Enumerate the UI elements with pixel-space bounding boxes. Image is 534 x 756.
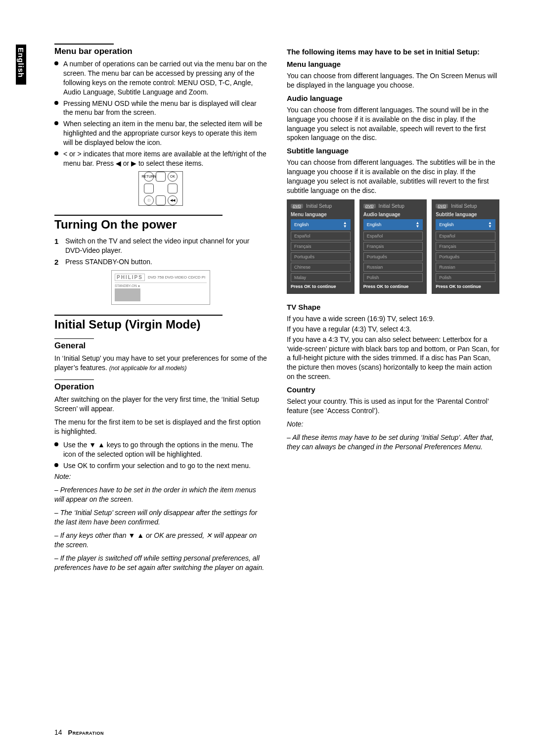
key-stop: □ [144, 195, 154, 205]
key-down [156, 195, 166, 205]
screen-option: Français [363, 242, 423, 251]
key-right [168, 184, 178, 193]
operation-list: Use the ▼ ▲ keys to go through the optio… [54, 440, 267, 471]
screen-option-selected: English▲▼ [291, 219, 351, 230]
section-name: Preparation [68, 729, 104, 736]
screen-option: Français [436, 242, 495, 251]
screen-continue: Press OK to continue [436, 284, 495, 289]
audio-lang-head: Audio language [287, 94, 499, 102]
screen-title: Initial Setup [451, 203, 477, 209]
list-item: A number of operations can be carried ou… [54, 59, 267, 97]
language-tab: English [16, 45, 26, 85]
list-item: Use OK to confirm your selection and to … [54, 461, 267, 471]
screen-audio-language: DVDInitial Setup Audio language English▲… [359, 199, 427, 294]
menu-lang-body: You can choose from different languages.… [287, 71, 499, 90]
screen-subtitle: Menu language [291, 212, 351, 217]
screen-option: Español [436, 232, 495, 240]
country-body: Select your country. This is used as inp… [287, 397, 499, 416]
screen-option: Russian [363, 263, 423, 272]
standby-label: STANDBY-ON ● [115, 284, 207, 287]
key-ok: OK [168, 172, 178, 182]
screen-menu-language: DVDInitial Setup Menu language English▲▼… [287, 199, 355, 294]
dvd-logo: DVD [363, 204, 376, 208]
tvshape-l3: If you have a 4:3 TV, you can also selec… [287, 335, 499, 381]
page-number: 14 [54, 728, 62, 736]
page-footer: 14 Preparation [54, 728, 104, 736]
screen-option: Russian [436, 263, 495, 272]
screen-option: Português [436, 252, 495, 261]
operation-p2: The menu for the first item to be set is… [54, 418, 267, 436]
power-steps: 1Switch on the TV and select the video i… [54, 236, 267, 267]
key-return: RETURN [144, 172, 154, 182]
screen-option: Malay [291, 273, 351, 282]
sub-lang-head: Subtitle language [287, 146, 499, 155]
power-heading: Turning On the power [54, 218, 267, 232]
tvshape-l2: If you have a regular (4:3) TV, select 4… [287, 325, 499, 334]
general-note: (not applicable for all models) [109, 365, 187, 372]
left-column: Menu bar operation A number of operation… [54, 44, 267, 576]
country-head: Country [287, 385, 499, 394]
menu-lang-head: Menu language [287, 60, 499, 68]
screen-option: Português [363, 252, 423, 261]
dvd-logo: DVD [291, 204, 303, 208]
list-item: Pressing MENU OSD while the menu bar is … [54, 99, 267, 118]
screen-title: Initial Setup [379, 203, 404, 209]
screen-option: Polish [436, 273, 495, 282]
general-heading: General [54, 341, 267, 351]
setup-heading: Initial Setup (Virgin Mode) [54, 318, 267, 331]
right-column: The following items may have to be set i… [287, 44, 499, 576]
menu-bar-heading: Menu bar operation [54, 47, 267, 56]
player-panel-figure: PHILIPS DVD 758 DVD-VIDEO CD/CD Pl STAND… [111, 270, 210, 305]
setup-screens: DVDInitial Setup Menu language English▲▼… [287, 199, 499, 294]
screen-option-selected: English▲▼ [363, 219, 423, 230]
list-item: 2Press STANDBY-ON button. [54, 257, 267, 267]
operation-p1: After switching on the player for the ve… [54, 395, 267, 414]
model-text: DVD 758 DVD-VIDEO CD/CD Pl [148, 275, 205, 280]
screen-subtitle-language: DVDInitial Setup Subtitle language Engli… [432, 199, 499, 294]
screen-subtitle: Audio language [363, 212, 423, 217]
page-body: Menu bar operation A number of operation… [54, 44, 499, 576]
menu-bar-list: A number of operations can be carried ou… [54, 59, 267, 168]
tvshape-l1: If you have a wide screen (16:9) TV, sel… [287, 314, 499, 324]
operation-heading: Operation [54, 382, 267, 392]
sub-lang-body: You can choose from different languages.… [287, 158, 499, 195]
intro-heading: The following items may have to be set i… [287, 47, 499, 56]
keypad-figure: RETURN OK □ ◀◀ [138, 171, 183, 206]
note-item: – If the player is switched off while se… [54, 554, 267, 572]
key-left [144, 184, 154, 193]
right-note-head: Note: [287, 420, 499, 429]
screen-option-selected: English▲▼ [436, 219, 495, 230]
screen-option: Chinese [291, 263, 351, 272]
step-text: Press STANDBY-ON button. [65, 258, 152, 266]
panel-display [115, 288, 140, 301]
note-item: – Preferences have to be set in the orde… [54, 485, 267, 504]
list-item: When selecting an item in the menu bar, … [54, 119, 267, 147]
screen-option: Español [363, 232, 423, 240]
dvd-logo: DVD [436, 204, 448, 208]
list-item: 1Switch on the TV and select the video i… [54, 236, 267, 255]
list-item: Use the ▼ ▲ keys to go through the optio… [54, 440, 267, 459]
screen-subtitle: Subtitle language [436, 212, 495, 217]
right-note-body: – All these items may have to be set dur… [287, 433, 499, 452]
general-body: In ‘Initial Setup’ you may have to set y… [54, 354, 267, 373]
brand-logo: PHILIPS [115, 274, 145, 281]
screen-option: Français [291, 242, 351, 251]
note-item: – If any keys other than ▼ ▲ or OK are p… [54, 531, 267, 550]
tvshape-head: TV Shape [287, 303, 499, 311]
screen-option: Polish [363, 273, 423, 282]
screen-option: Español [291, 232, 351, 240]
screen-title: Initial Setup [306, 203, 332, 209]
list-item: < or > indicates that more items are ava… [54, 149, 267, 168]
audio-lang-body: You can choose from different languages.… [287, 105, 499, 143]
screen-option: Português [291, 252, 351, 261]
step-text: Switch on the TV and select the video in… [65, 237, 250, 254]
note-head: Note: [54, 472, 267, 481]
key-rew: ◀◀ [168, 195, 178, 205]
note-item: – The ‘Initial Setup’ screen will only d… [54, 508, 267, 527]
screen-continue: Press OK to continue [291, 284, 351, 289]
screen-continue: Press OK to continue [363, 284, 423, 289]
key-up [156, 172, 166, 182]
